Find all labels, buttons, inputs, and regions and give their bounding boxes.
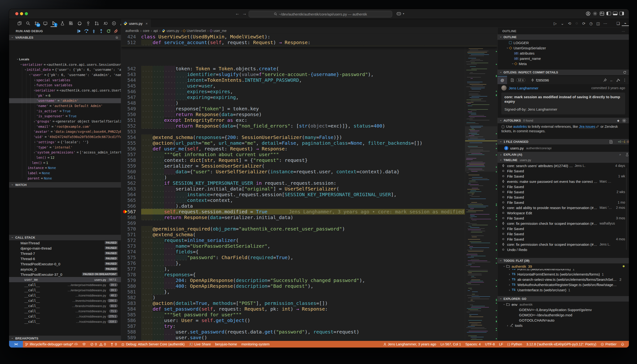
- section-actions[interactable]: [609, 140, 613, 144]
- step-into-button[interactable]: [91, 28, 96, 34]
- breadcrumb-item[interactable]: authentik: [126, 29, 139, 33]
- code-line[interactable]: 424class UserViewSet(UsedByMixin, ModelV…: [121, 34, 497, 40]
- code-line[interactable]: 575"password": CharField(required=True),: [121, 254, 497, 260]
- code-line[interactable]: 556def user_me(self, request: Request) →…: [121, 146, 497, 152]
- code-line[interactable]: 554@extend_schema(responses={200: Sessio…: [121, 134, 497, 140]
- continue-button[interactable]: [76, 28, 82, 34]
- code-line[interactable]: 589user.save(): [121, 335, 497, 340]
- code-line[interactable]: 551except IntegrityError as exc:: [121, 117, 497, 123]
- code-line[interactable]: 567self.request.session.modified = TrueJ…: [121, 209, 497, 214]
- code-line[interactable]: 544intent=TokenIntents.INTENT_APP_PASSWO…: [121, 77, 497, 83]
- variable-row[interactable]: ›initial_data={'user': {'pk': 6, 'userna…: [9, 67, 121, 72]
- call-stack-frame[interactable]: __call__…/enterprise/middleware.py39:1: [9, 282, 121, 288]
- pull-requests-icon[interactable]: [94, 20, 100, 27]
- code-line[interactable]: 570@permission_required(obj_perm="authen…: [121, 226, 497, 232]
- timeline-item[interactable]: Undo / Redo: [501, 247, 629, 252]
- minimap-slider[interactable]: [465, 126, 497, 172]
- call-stack-frame[interactable]: __call__…/brands/middleware.py31:1: [9, 303, 121, 308]
- outline-section-header[interactable]: ›OUTLINE: [498, 34, 629, 40]
- code-line[interactable]: 569: [121, 220, 497, 226]
- explorer-go-section-header[interactable]: ›EXPLORER: GO: [498, 296, 629, 302]
- todo-file-row[interactable]: ›TSWebAuthnAuthenticatorRegisterStage.ts…: [498, 282, 629, 287]
- restart-button[interactable]: [106, 28, 111, 34]
- status-cursor-position[interactable]: Ln 567, Col 1: [438, 341, 463, 348]
- call-stack-thread[interactable]: ThreadPoolExecutor-37_0PAUSED ON BREAKPO…: [9, 272, 121, 277]
- call-stack-frame[interactable]: __call__…/root/middleware.py318:1: [9, 319, 121, 324]
- outline-item[interactable]: LOGGER: [506, 40, 629, 45]
- code-line[interactable]: 587try:: [121, 323, 497, 329]
- remote-explorer-icon[interactable]: [42, 20, 48, 27]
- code-line[interactable]: 568return Response(data=serializer.initi…: [121, 214, 497, 220]
- profile-icon[interactable]: ◷: [588, 21, 594, 26]
- status-blame[interactable]: Jens Langhammer, 3 years ago: [381, 341, 438, 348]
- variable-row[interactable]: instance=None: [9, 165, 121, 170]
- status-problems[interactable]: 00: [88, 341, 108, 348]
- status-task-beryjuio-home[interactable]: beryjuio-home: [213, 341, 239, 348]
- call-stack-frame[interactable]: __call__…/core/middleware.py48:1: [9, 293, 121, 298]
- run-or-debug-icon[interactable]: ▷: [552, 21, 559, 26]
- more-actions-icon[interactable]: ⋯: [602, 21, 609, 26]
- command-center[interactable]: ~/dev/authentik/authentik/core/api/users…: [249, 11, 392, 18]
- variable-row[interactable]: len()=1: [9, 160, 121, 166]
- copilot-chevron-icon[interactable]: ▾: [403, 12, 404, 15]
- code-line[interactable]: 588user.set_password(request.data.get("p…: [121, 329, 497, 335]
- variable-row[interactable]: 'username'='akadmin': [9, 98, 121, 104]
- nav-forward-button[interactable]: →: [242, 11, 247, 16]
- variable-row[interactable]: 'pk'=6: [9, 93, 121, 98]
- jira-issues-link[interactable]: Jira issues: [579, 125, 595, 129]
- disconnect-button[interactable]: [113, 28, 118, 34]
- tab-users-py[interactable]: users.py ×: [121, 19, 151, 28]
- status-python-env[interactable]: 3.12.8 ('authentik-xEAhpGPh-py3.12': Poe…: [524, 341, 598, 348]
- code-line[interactable]: 579204: OpenApiResponse(description="Suc…: [121, 278, 497, 283]
- call-stack-section-header[interactable]: › CALL STACK: [9, 235, 121, 240]
- status-eol[interactable]: LF: [497, 341, 506, 348]
- timeline-item[interactable]: Workspace Edit: [501, 210, 629, 216]
- tab-close-icon[interactable]: ×: [146, 22, 148, 26]
- code-line[interactable]: 577),: [121, 266, 497, 272]
- gitlens-toolbar[interactable]: @12 ±f285096←⋮: [498, 76, 629, 84]
- variable-row[interactable]: parent=None: [9, 176, 121, 181]
- code-line[interactable]: 561): [121, 174, 497, 180]
- todos-root-row[interactable]: ›authentik39: [503, 264, 629, 269]
- status-ports[interactable]: 0: [108, 341, 119, 348]
- status-git-branch[interactable]: lifecycle/fix-debugger-setup*: [23, 341, 80, 348]
- status-debug-status[interactable]: Debug: Attach Server Core (authentik): [119, 341, 187, 348]
- variable-row[interactable]: ›serializer=<authentik.core.api.users.Us…: [9, 88, 121, 93]
- code-line[interactable]: 563serializer.initial_data["original"] =…: [121, 186, 497, 192]
- gitlens-section-header[interactable]: ›GITLENS: INSPECT: COMMIT DETAILS: [498, 70, 629, 75]
- code-line[interactable]: 573name="UserPasswordSetSerializer",: [121, 243, 497, 249]
- go-tools-row[interactable]: ›tools: [506, 323, 629, 328]
- live-share-icon[interactable]: [102, 20, 108, 27]
- variable-row[interactable]: 'name'='authentik Default Admin': [9, 103, 121, 108]
- go-env-var[interactable]: GOENV=~/Library/Application Support/go/e…: [519, 307, 629, 312]
- code-line[interactable]: 558context: dict[str, Request] = {"reque…: [121, 157, 497, 163]
- code-line[interactable]: 578responses={: [121, 272, 497, 278]
- step-over-button[interactable]: [84, 28, 89, 34]
- screencast-icon[interactable]: ❏: [614, 21, 622, 26]
- variable-row[interactable]: ›'settings'={'locale': ''}: [9, 140, 121, 145]
- todo-file-row[interactable]: ›TSForm.ts (web/src/elements/forms)1: [498, 269, 629, 272]
- code-line[interactable]: 584def set_password(self, request: Reque…: [121, 306, 497, 312]
- copilot-icon[interactable]: [396, 11, 401, 16]
- status-indentation[interactable]: Spaces: 4: [463, 341, 483, 348]
- code-line[interactable]: 582): [121, 295, 497, 300]
- minimap[interactable]: [465, 34, 497, 341]
- copy-value-icon[interactable]: ⧉: [116, 36, 118, 40]
- status-notifications[interactable]: [619, 341, 626, 348]
- variable-row[interactable]: ›'user'={'pk': 6, 'username': 'akadmin',…: [9, 72, 121, 78]
- call-stack-frame[interactable]: __call__…/enterprise/middleware.py39:1: [9, 288, 121, 293]
- status-language[interactable]: { }Python: [505, 341, 524, 348]
- gitlens-search-tab[interactable]: @: [498, 76, 507, 84]
- variable-row[interactable]: len()=12: [9, 155, 121, 160]
- code-line[interactable]: 583@action(detail=True, methods=["POST"]…: [121, 300, 497, 306]
- status-encoding[interactable]: UTF-8: [483, 341, 497, 348]
- code-line[interactable]: 549response["token"] = token.key: [121, 106, 497, 112]
- timeline-item[interactable]: File Saved: [501, 184, 629, 189]
- timeline-item[interactable]: File Saved4 mos: [501, 236, 629, 242]
- status-prettier[interactable]: Prettier: [598, 341, 619, 348]
- search-icon[interactable]: [25, 20, 31, 27]
- code-line[interactable]: 547expiring=expiring,: [121, 94, 497, 100]
- code-line[interactable]: 555@action(url_path="me", url_name="me",…: [121, 140, 497, 146]
- play-circle-icon[interactable]: [110, 20, 117, 27]
- commit-author-row[interactable]: Jens Langhammercommitted 3 years ago: [501, 85, 629, 90]
